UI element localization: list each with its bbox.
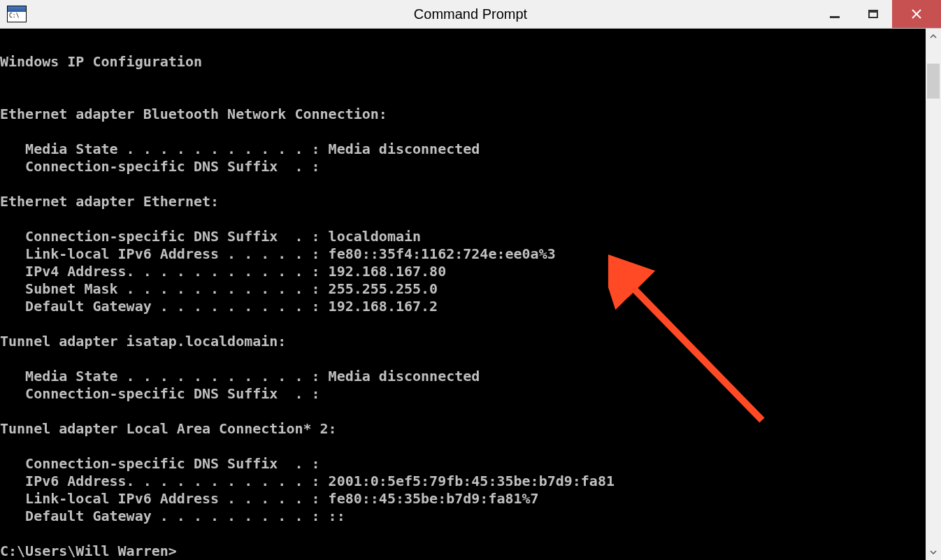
terminal-line: IPv6 Address. . . . . . . . . . . : 2001…: [0, 473, 926, 490]
terminal-line: [0, 525, 926, 543]
terminal-line: IPv4 Address. . . . . . . . . . . : 192.…: [0, 263, 926, 280]
terminal-line: [0, 350, 926, 368]
minimize-button[interactable]: [815, 0, 854, 28]
cmd-icon: [7, 6, 27, 22]
terminal-line: Ethernet adapter Ethernet:: [0, 193, 926, 210]
chevron-down-icon: [930, 549, 937, 556]
terminal-line: [0, 175, 926, 193]
vertical-scrollbar[interactable]: [926, 29, 941, 560]
terminal-line: [0, 88, 926, 106]
terminal-line: Ethernet adapter Bluetooth Network Conne…: [0, 106, 926, 123]
terminal-container: Windows IP ConfigurationEthernet adapter…: [0, 29, 941, 560]
window-title: Command Prompt: [414, 6, 527, 22]
terminal-line: Connection-specific DNS Suffix . : local…: [0, 228, 926, 245]
minimize-icon: [830, 16, 840, 18]
terminal-line: Tunnel adapter Local Area Connection* 2:: [0, 420, 926, 438]
scroll-up-button[interactable]: [926, 29, 941, 44]
terminal-line: [0, 403, 926, 420]
close-button[interactable]: [892, 0, 941, 28]
terminal-line: Default Gateway . . . . . . . . . : 192.…: [0, 298, 926, 315]
terminal-line: Connection-specific DNS Suffix . :: [0, 455, 926, 473]
terminal-line: Media State . . . . . . . . . . . : Medi…: [0, 141, 926, 158]
scroll-thumb[interactable]: [927, 64, 940, 99]
terminal-line: [0, 36, 926, 53]
terminal-line: [0, 210, 926, 228]
close-icon: [911, 8, 922, 20]
terminal-line: Connection-specific DNS Suffix . :: [0, 158, 926, 175]
terminal-line: Tunnel adapter isatap.localdomain:: [0, 333, 926, 350]
terminal-line: Subnet Mask . . . . . . . . . . . : 255.…: [0, 280, 926, 298]
scroll-down-button[interactable]: [926, 545, 941, 560]
window-titlebar: Command Prompt: [0, 0, 941, 29]
scroll-track[interactable]: [926, 44, 941, 545]
titlebar-left: [0, 6, 34, 22]
terminal-line: [0, 438, 926, 455]
terminal-line: Link-local IPv6 Address . . . . . : fe80…: [0, 490, 926, 508]
terminal-line: Link-local IPv6 Address . . . . . : fe80…: [0, 245, 926, 263]
terminal-line: Media State . . . . . . . . . . . : Medi…: [0, 368, 926, 385]
terminal-line: Default Gateway . . . . . . . . . : ::: [0, 508, 926, 525]
terminal-line: Windows IP Configuration: [0, 53, 926, 71]
terminal-line: C:\Users\Will Warren>: [0, 543, 926, 560]
window-controls: [815, 0, 941, 28]
maximize-icon: [868, 10, 878, 18]
terminal-line: [0, 71, 926, 88]
terminal-line: Connection-specific DNS Suffix . :: [0, 385, 926, 403]
terminal-output[interactable]: Windows IP ConfigurationEthernet adapter…: [0, 29, 926, 560]
chevron-up-icon: [930, 33, 937, 40]
terminal-line: [0, 315, 926, 333]
terminal-line: [0, 123, 926, 141]
maximize-button[interactable]: [854, 0, 892, 28]
